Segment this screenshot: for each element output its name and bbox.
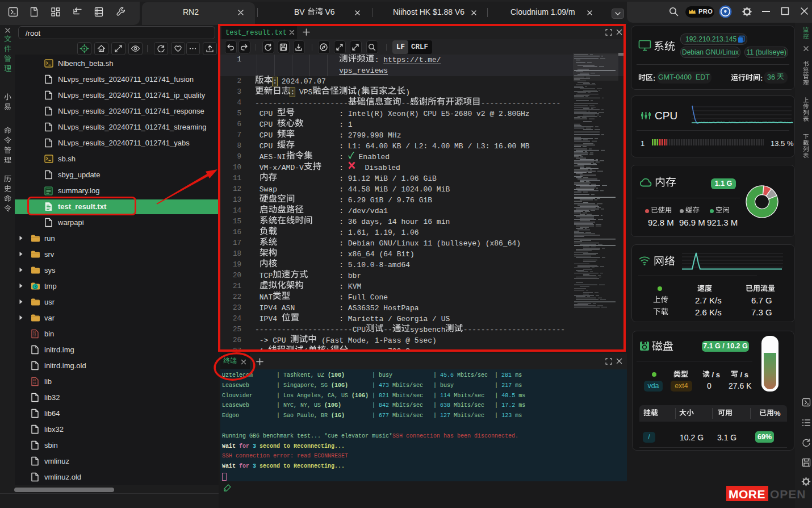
svg-text:10: 10 [33,382,36,385]
svg-text:10: 10 [33,334,36,337]
